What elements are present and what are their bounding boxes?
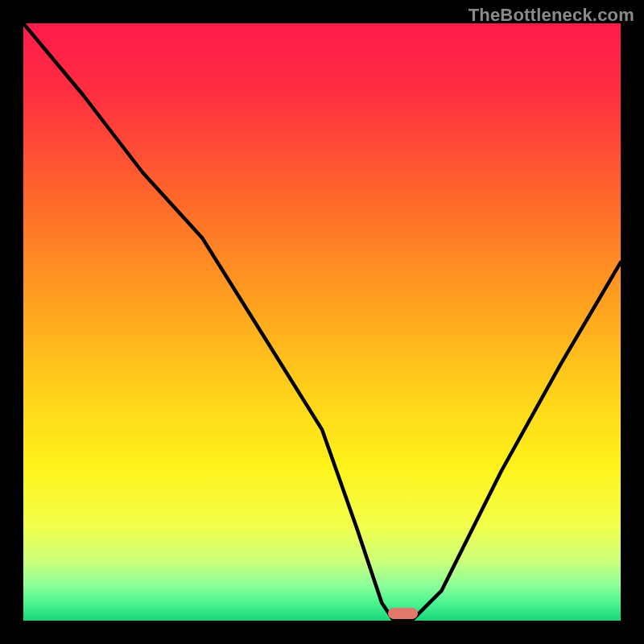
bottleneck-curve <box>23 23 621 621</box>
chart-container: TheBottleneck.com <box>0 0 644 644</box>
plot-area <box>23 23 621 621</box>
optimal-marker <box>388 608 418 619</box>
